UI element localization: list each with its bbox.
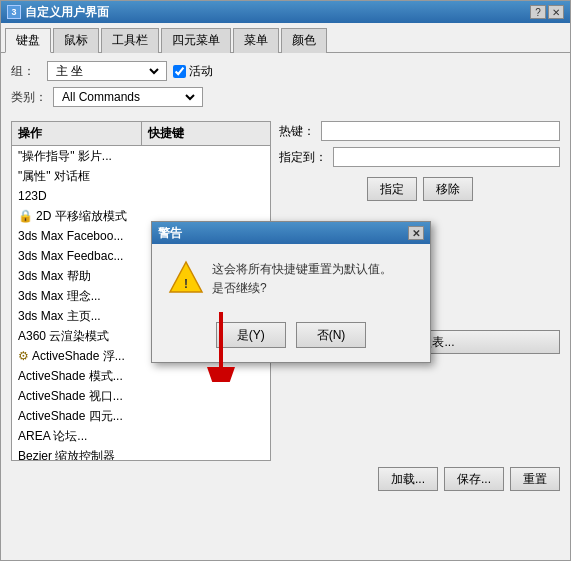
dialog-overlay: 警告 ✕ ! 这会将所有快捷键重置为默认值。 是否继续? 是(Y) 否(N) <box>1 1 570 560</box>
dialog-title-text: 警告 <box>158 225 182 242</box>
dialog-title-bar: 警告 ✕ <box>152 222 430 244</box>
yes-button[interactable]: 是(Y) <box>216 322 286 348</box>
warning-icon: ! <box>168 260 200 292</box>
warning-dialog: 警告 ✕ ! 这会将所有快捷键重置为默认值。 是否继续? 是(Y) 否(N) <box>151 221 431 363</box>
dialog-buttons: 是(Y) 否(N) <box>152 314 430 362</box>
no-button[interactable]: 否(N) <box>296 322 367 348</box>
main-window: 3 自定义用户界面 ? ✕ 键盘 鼠标 工具栏 四元菜单 菜单 颜色 组： 主 … <box>0 0 571 561</box>
svg-text:!: ! <box>184 277 188 291</box>
dialog-body: ! 这会将所有快捷键重置为默认值。 是否继续? <box>152 244 430 314</box>
dialog-close-button[interactable]: ✕ <box>408 226 424 240</box>
dialog-message: 这会将所有快捷键重置为默认值。 是否继续? <box>212 260 392 298</box>
